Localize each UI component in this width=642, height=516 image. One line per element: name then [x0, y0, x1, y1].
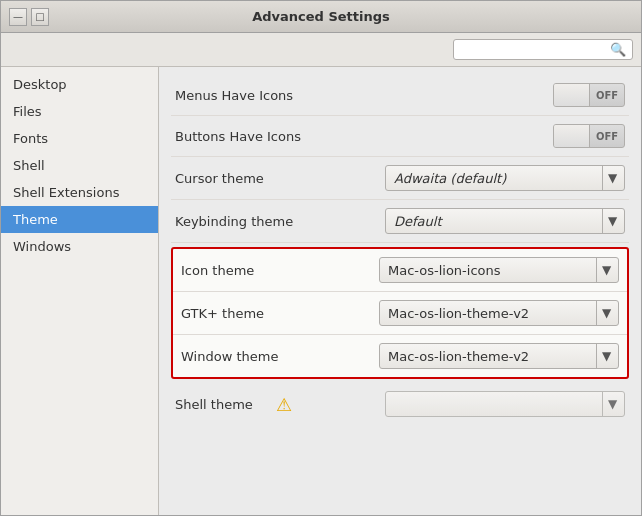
- sidebar-item-shell[interactable]: Shell: [1, 152, 158, 179]
- maximize-button[interactable]: □: [31, 8, 49, 26]
- keybinding-theme-value: Default: [394, 214, 442, 229]
- cursor-theme-dropdown[interactable]: Adwaita (default) ▼: [385, 165, 625, 191]
- shell-theme-label: Shell theme: [175, 397, 268, 412]
- search-container: 🔍: [453, 39, 633, 60]
- sidebar-item-shell-extensions[interactable]: Shell Extensions: [1, 179, 158, 206]
- icon-theme-arrow: ▼: [596, 258, 616, 282]
- shell-theme-warning-icon: ⚠: [276, 394, 292, 415]
- shell-theme-dropdown[interactable]: ▼: [385, 391, 625, 417]
- main-panel: Menus Have Icons OFF Buttons Have Icons …: [159, 67, 641, 515]
- sidebar: Desktop Files Fonts Shell Shell Extensio…: [1, 67, 159, 515]
- menus-have-icons-label: Menus Have Icons: [175, 88, 553, 103]
- window-theme-row: Window theme Mac-os-lion-theme-v2 ▼: [173, 335, 627, 377]
- menus-have-icons-row: Menus Have Icons OFF: [171, 75, 629, 116]
- sidebar-item-windows[interactable]: Windows: [1, 233, 158, 260]
- gtk-theme-dropdown[interactable]: Mac-os-lion-theme-v2 ▼: [379, 300, 619, 326]
- menus-have-icons-slider: [554, 84, 590, 106]
- window-theme-dropdown[interactable]: Mac-os-lion-theme-v2 ▼: [379, 343, 619, 369]
- gtk-theme-row: GTK+ theme Mac-os-lion-theme-v2 ▼: [173, 292, 627, 335]
- content-area: Desktop Files Fonts Shell Shell Extensio…: [1, 67, 641, 515]
- titlebar: — □ Advanced Settings: [1, 1, 641, 33]
- menus-have-icons-value: OFF: [590, 90, 624, 101]
- window-title: Advanced Settings: [252, 9, 390, 24]
- gtk-theme-label: GTK+ theme: [181, 306, 379, 321]
- keybinding-theme-arrow: ▼: [602, 209, 622, 233]
- search-icon: 🔍: [610, 42, 626, 57]
- cursor-theme-label: Cursor theme: [175, 171, 385, 186]
- keybinding-theme-dropdown[interactable]: Default ▼: [385, 208, 625, 234]
- cursor-theme-row: Cursor theme Adwaita (default) ▼: [171, 157, 629, 200]
- buttons-have-icons-label: Buttons Have Icons: [175, 129, 553, 144]
- toolbar: 🔍: [1, 33, 641, 67]
- shell-theme-arrow: ▼: [602, 392, 622, 416]
- buttons-have-icons-value: OFF: [590, 131, 624, 142]
- minimize-button[interactable]: —: [9, 8, 27, 26]
- cursor-theme-arrow: ▼: [602, 166, 622, 190]
- shell-theme-row: Shell theme ⚠ ▼: [171, 383, 629, 425]
- keybinding-theme-row: Keybinding theme Default ▼: [171, 200, 629, 243]
- gtk-theme-arrow: ▼: [596, 301, 616, 325]
- buttons-have-icons-row: Buttons Have Icons OFF: [171, 116, 629, 157]
- icon-theme-value: Mac-os-lion-icons: [388, 263, 501, 278]
- sidebar-item-files[interactable]: Files: [1, 98, 158, 125]
- window-theme-value: Mac-os-lion-theme-v2: [388, 349, 529, 364]
- sidebar-item-fonts[interactable]: Fonts: [1, 125, 158, 152]
- sidebar-item-theme[interactable]: Theme: [1, 206, 158, 233]
- buttons-have-icons-toggle[interactable]: OFF: [553, 124, 625, 148]
- icon-theme-row: Icon theme Mac-os-lion-icons ▼: [173, 249, 627, 292]
- sidebar-item-desktop[interactable]: Desktop: [1, 71, 158, 98]
- theme-highlighted-section: Icon theme Mac-os-lion-icons ▼ GTK+ them…: [171, 247, 629, 379]
- gtk-theme-value: Mac-os-lion-theme-v2: [388, 306, 529, 321]
- titlebar-controls: — □: [9, 8, 49, 26]
- app-window: — □ Advanced Settings 🔍 Desktop Files Fo…: [0, 0, 642, 516]
- window-theme-label: Window theme: [181, 349, 379, 364]
- window-theme-arrow: ▼: [596, 344, 616, 368]
- icon-theme-label: Icon theme: [181, 263, 379, 278]
- search-input[interactable]: [460, 43, 610, 57]
- menus-have-icons-toggle[interactable]: OFF: [553, 83, 625, 107]
- buttons-have-icons-slider: [554, 125, 590, 147]
- icon-theme-dropdown[interactable]: Mac-os-lion-icons ▼: [379, 257, 619, 283]
- cursor-theme-value: Adwaita (default): [394, 171, 506, 186]
- keybinding-theme-label: Keybinding theme: [175, 214, 385, 229]
